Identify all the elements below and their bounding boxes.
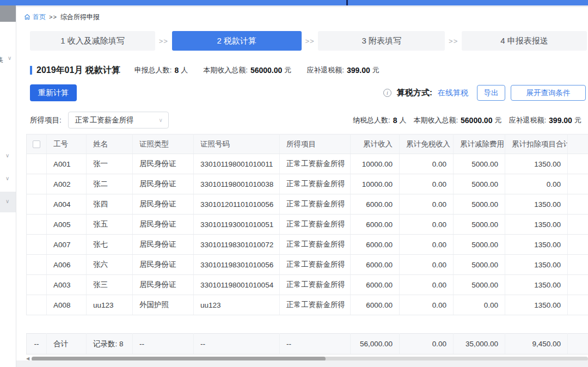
cell: A007 <box>47 235 87 255</box>
cell <box>568 275 588 295</box>
table-row[interactable]: A006张六居民身份证330101198301010056正常工资薪金所得600… <box>27 255 588 275</box>
cell: A002 <box>47 174 87 194</box>
total-cell: 记录数: 8 <box>87 334 133 354</box>
cell: 330101198001010054 <box>194 275 280 295</box>
cell: 正常工资薪金所得 <box>280 235 351 255</box>
total-cell: -- <box>280 334 351 354</box>
cell <box>568 235 588 255</box>
data-table: 工号姓名证照类型证照号码所得项目累计收入累计免税收入累计减除费用累计扣除项目合计… <box>26 134 588 315</box>
column-header: 累计准 <box>568 134 588 154</box>
info-icon[interactable]: i <box>383 89 391 97</box>
stat-unit: 人 <box>181 65 188 75</box>
step-separator: >> <box>155 37 172 45</box>
text-cursor <box>346 0 348 5</box>
table-body: A001张一居民身份证330101198001010011正常工资薪金所得100… <box>27 154 588 315</box>
cell <box>27 174 47 194</box>
income-item-label: 所得项目: <box>30 115 62 125</box>
step-tab-2[interactable]: 2 税款计算 <box>172 31 302 51</box>
total-row: --合计记录数: 8------56,000.000.0035,000.009,… <box>27 334 588 354</box>
recalculate-button[interactable]: 重新计算 <box>30 84 77 101</box>
total-cell: 35,000.00 <box>454 334 505 354</box>
select-all-checkbox[interactable] <box>33 140 40 148</box>
total-cell: 合计 <box>47 334 87 354</box>
summary-header: 2019年01月 税款计算 申报总人数:8人本期收入总额:56000.00元应补… <box>30 63 395 77</box>
cell: A001 <box>47 154 87 174</box>
scrollbar-thumb[interactable] <box>32 357 326 360</box>
stat-unit: 人 <box>399 115 406 125</box>
stat-value: 56000.00 <box>250 66 282 75</box>
step-separator: >> <box>445 37 462 45</box>
cell: 1350.00 <box>505 154 568 174</box>
step-nav: 1 收入及减除填写>>2 税款计算>>3 附表填写>>4 申报表报送 <box>30 31 587 51</box>
chevron-down-icon: ∨ <box>158 112 162 128</box>
sidebar-item-selected[interactable]: ∨ <box>0 192 16 212</box>
table-row[interactable]: A004张四居民身份证330101201101010056正常工资薪金所得600… <box>27 194 588 215</box>
stat-value: 8 <box>393 116 397 125</box>
total-cell: 56,000.00 <box>351 334 400 354</box>
column-header: 证照类型 <box>133 134 194 154</box>
cell: 0.00 <box>505 174 568 194</box>
scrollbar-track[interactable] <box>32 357 588 360</box>
sidebar-item-clipped[interactable]: 集 ∨ <box>0 53 16 66</box>
column-header: 工号 <box>47 134 87 154</box>
cell: A006 <box>47 255 87 275</box>
cell: 居民身份证 <box>133 194 194 215</box>
table-row[interactable]: A008uu123外国护照uu123正常工资薪金所得6000.000.000.0… <box>27 295 588 315</box>
cell: 0.00 <box>400 255 454 275</box>
income-item-select[interactable]: 正常工资薪金所得 ∨ <box>68 112 169 129</box>
cell: 1350.00 <box>505 194 568 215</box>
scroll-left-arrow-icon[interactable]: ◀ <box>26 356 32 360</box>
stat-item: 申报总人数:8人 <box>134 65 188 75</box>
cell: 正常工资薪金所得 <box>280 194 351 215</box>
step-tab-3[interactable]: 3 附表填写 <box>318 31 445 51</box>
cell: 5000.00 <box>454 275 505 295</box>
table-row[interactable]: A001张一居民身份证330101198001010011正常工资薪金所得100… <box>27 154 588 174</box>
stat-label: 本期收入总额: <box>203 65 248 75</box>
cell: 居民身份证 <box>133 275 194 295</box>
horizontal-scrollbar[interactable]: ◀ <box>26 356 588 360</box>
column-header: 证照号码 <box>194 134 280 154</box>
stat-item: 应补退税额:399.00元 <box>509 115 581 125</box>
cell <box>27 255 47 275</box>
cell: 张三 <box>87 275 133 295</box>
cell: 6000.00 <box>351 215 400 235</box>
cell: 0.00 <box>400 235 454 255</box>
tax-mode-value[interactable]: 在线算税 <box>438 88 468 98</box>
stat-unit: 元 <box>284 65 291 75</box>
total-table: --合计记录数: 8------56,000.000.0035,000.009,… <box>26 333 588 354</box>
cell <box>568 255 588 275</box>
cell: 330101193001010051 <box>194 215 280 235</box>
breadcrumb-home-link[interactable]: 首页 <box>24 13 46 22</box>
cell: 0.00 <box>400 215 454 235</box>
cell: 居民身份证 <box>133 154 194 174</box>
chevron-down-icon: ∨ <box>8 55 15 61</box>
title-accent-bar <box>30 66 32 75</box>
cell <box>568 215 588 235</box>
cell <box>27 235 47 255</box>
cell: 0.00 <box>400 174 454 194</box>
main-panel: 首页 >> 综合所得申报 1 收入及减除填写>>2 税款计算>>3 附表填写>>… <box>16 5 588 360</box>
table-row[interactable]: A007张七居民身份证330101198301010072正常工资薪金所得600… <box>27 235 588 255</box>
chevron-down-icon[interactable]: ∨ <box>5 152 13 158</box>
cell: uu123 <box>87 295 133 315</box>
table-row[interactable]: A002张二居民身份证330101198001010038正常工资薪金所得100… <box>27 174 588 194</box>
step-tab-4[interactable]: 4 申报表报送 <box>462 31 587 51</box>
expand-query-button[interactable]: 展开查询条件 <box>511 85 586 101</box>
column-header: 所得项目 <box>280 134 351 154</box>
step-tab-1[interactable]: 1 收入及减除填写 <box>30 31 155 51</box>
cell: 张四 <box>87 194 133 215</box>
cell <box>27 215 47 235</box>
cell <box>27 154 47 174</box>
export-button[interactable]: 导出 <box>477 85 505 101</box>
column-header: 累计扣除项目合计 <box>505 134 568 154</box>
top-bar <box>0 0 588 5</box>
stat-unit: 元 <box>574 115 581 125</box>
cell: 330101198001010038 <box>194 174 280 194</box>
cell: 居民身份证 <box>133 255 194 275</box>
cell: 6000.00 <box>351 255 400 275</box>
stat-label: 申报总人数: <box>134 65 172 75</box>
stat-item: 应补退税额:399.00元 <box>307 65 379 75</box>
chevron-down-icon[interactable]: ∨ <box>5 175 13 181</box>
table-row[interactable]: A003张三居民身份证330101198001010054正常工资薪金所得600… <box>27 275 588 295</box>
table-row[interactable]: A005张五居民身份证330101193001010051正常工资薪金所得600… <box>27 215 588 235</box>
